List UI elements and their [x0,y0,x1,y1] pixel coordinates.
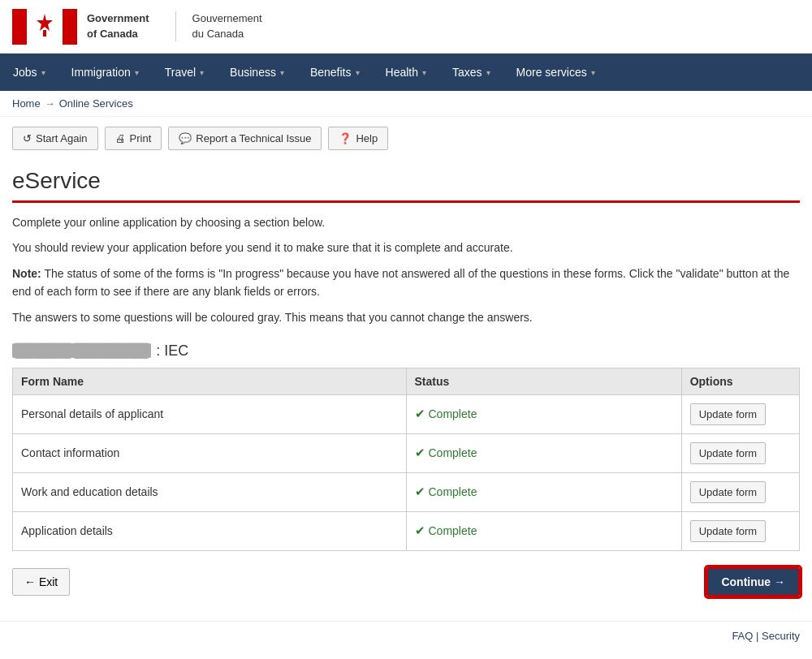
status-cell: ✔ Complete [406,511,681,550]
title-divider [12,200,800,203]
toolbar: ↺ Start Again 🖨 Print 💬 Report a Technic… [0,117,812,160]
nav-item-immigration[interactable]: Immigration ▾ [58,54,152,91]
breadcrumb-home[interactable]: Home [12,97,41,110]
check-icon: ✔ [415,446,425,460]
table-row: Personal details of applicant ✔ Complete… [13,394,800,433]
print-button[interactable]: 🖨 Print [105,127,162,150]
form-name-cell: Personal details of applicant [13,394,407,433]
nav-item-health[interactable]: Health ▾ [373,54,439,91]
chevron-down-icon: ▾ [200,68,204,77]
update-form-button[interactable]: Update form [690,403,767,425]
application-section: ██████ ████████ : IEC Form Name Status O… [12,342,800,551]
table-body: Personal details of applicant ✔ Complete… [13,394,800,550]
nav-item-travel[interactable]: Travel ▾ [152,54,217,91]
breadcrumb-current[interactable]: Online Services [59,97,133,110]
gray-note-text: The answers to some questions will be co… [12,309,800,326]
options-cell: Update form [681,511,799,550]
exit-button[interactable]: ← Exit [12,568,70,596]
table-row: Application details ✔ Complete Update fo… [13,511,800,550]
form-name-cell: Application details [13,511,407,550]
footer-separator: | [756,630,762,642]
status-cell: ✔ Complete [406,472,681,511]
options-cell: Update form [681,472,799,511]
chevron-down-icon: ▾ [422,68,426,77]
status-badge: ✔ Complete [415,523,673,538]
gov-name-en: Governmentof Canada [87,11,149,41]
intro-text-2: You should review your application befor… [12,239,800,256]
status-cell: ✔ Complete [406,433,681,472]
chevron-down-icon: ▾ [356,68,360,77]
chat-icon: 💬 [179,132,192,144]
application-section-title: ██████ ████████ : IEC [12,342,800,360]
table-row: Work and education details ✔ Complete Up… [13,472,800,511]
chevron-down-icon: ▾ [135,68,139,77]
form-name-cell: Contact information [13,433,407,472]
gov-name-fr: Gouvernementdu Canada [175,11,262,41]
col-header-options: Options [681,368,799,394]
table-header: Form Name Status Options [13,368,800,394]
options-cell: Update form [681,433,799,472]
chevron-down-icon: ▾ [591,68,595,77]
options-cell: Update form [681,394,799,433]
security-link[interactable]: Security [762,630,800,642]
status-cell: ✔ Complete [406,394,681,433]
redacted-name: ██████ ████████ [12,343,151,358]
help-icon: ❓ [339,132,352,144]
main-content: eService Complete your online applicatio… [0,160,812,621]
breadcrumb-separator: → [45,97,55,110]
status-badge: ✔ Complete [415,446,673,460]
svg-rect-4 [43,30,46,37]
refresh-icon: ↺ [23,132,32,144]
form-name-cell: Work and education details [13,472,407,511]
svg-rect-0 [12,9,27,45]
col-header-status: Status [406,368,681,394]
update-form-button[interactable]: Update form [690,442,767,464]
nav-item-benefits[interactable]: Benefits ▾ [297,54,373,91]
check-icon: ✔ [415,407,425,421]
status-badge: ✔ Complete [415,407,673,421]
site-header: Governmentof Canada Gouvernementdu Canad… [0,0,812,54]
government-logo: Governmentof Canada Gouvernementdu Canad… [12,9,262,45]
nav-item-jobs[interactable]: Jobs ▾ [0,54,58,91]
print-icon: 🖨 [115,132,126,144]
intro-text-1: Complete your online application by choo… [12,214,800,231]
chevron-down-icon: ▾ [280,68,284,77]
continue-button[interactable]: Continue → [706,567,800,597]
svg-rect-1 [63,9,77,45]
main-navigation: Jobs ▾ Immigration ▾ Travel ▾ Business ▾… [0,54,812,91]
note-text: Note: The status of some of the forms is… [12,265,800,301]
note-bold: Note: [12,267,41,280]
status-badge: ✔ Complete [415,485,673,499]
chevron-down-icon: ▾ [486,68,490,77]
check-icon: ✔ [415,485,425,499]
report-button[interactable]: 💬 Report a Technical Issue [168,127,322,150]
faq-link[interactable]: FAQ [732,630,753,642]
col-header-form-name: Form Name [13,368,407,394]
update-form-button[interactable]: Update form [690,481,767,503]
page-footer: FAQ | Security [0,621,812,650]
table-header-row: Form Name Status Options [13,368,800,394]
page-title: eService [12,168,800,194]
nav-item-taxes[interactable]: Taxes ▾ [439,54,503,91]
footer-buttons: ← Exit Continue → [12,567,800,605]
start-again-button[interactable]: ↺ Start Again [12,127,98,150]
update-form-button[interactable]: Update form [690,520,767,542]
help-button[interactable]: ❓ Help [328,127,388,150]
table-row: Contact information ✔ Complete Update fo… [13,433,800,472]
nav-item-business[interactable]: Business ▾ [217,54,297,91]
breadcrumb: Home → Online Services [0,91,812,117]
check-icon: ✔ [415,523,425,538]
forms-table: Form Name Status Options Personal detail… [12,368,800,551]
nav-item-more-services[interactable]: More services ▾ [503,54,608,91]
chevron-down-icon: ▾ [41,68,45,77]
canada-flag [12,9,77,45]
